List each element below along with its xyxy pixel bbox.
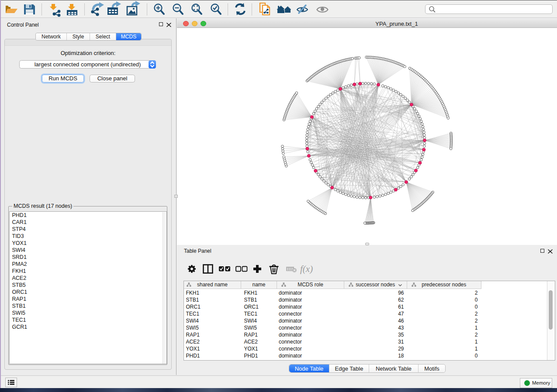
svg-text:f(x): f(x) xyxy=(300,264,313,274)
